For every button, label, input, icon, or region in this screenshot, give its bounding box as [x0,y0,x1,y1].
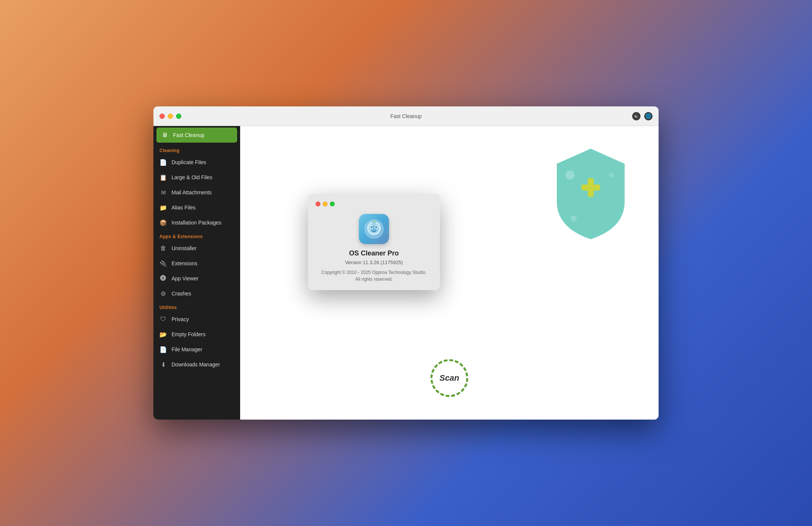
file-manager-icon: 📄 [159,346,167,353]
titlebar-icons: ☯ 🌐 [632,112,653,120]
titlebar: Fast Cleanup ☯ 🌐 [153,106,659,126]
app-body: 🖥 Fast Cleanup Cleaning 📄 Duplicate File… [153,126,659,420]
close-button[interactable] [159,114,165,119]
sidebar-item-file-manager[interactable]: 📄 File Manager [153,342,240,357]
minimize-button[interactable] [168,114,173,119]
large-files-icon: 📋 [159,174,167,181]
sidebar-section-utilities: Utilities [153,301,240,312]
about-dialog: OS Cleaner Pro Version 11.3.26 (1175925)… [308,194,440,290]
privacy-icon: 🛡 [159,315,167,323]
svg-point-12 [375,226,377,228]
sidebar-item-extensions[interactable]: 🔌 Extensions [153,256,240,271]
crashes-icon: ⚙ [159,290,167,297]
sidebar-item-privacy[interactable]: 🛡 Privacy [153,312,240,327]
dialog-version: Version 11.3.26 (1175925) [345,260,403,265]
main-window: Fast Cleanup ☯ 🌐 🖥 Fast Cleanup Cleaning… [153,106,659,420]
window-title: Fast Cleanup [390,113,421,119]
sidebar-section-cleaning: Cleaning [153,144,240,155]
sidebar-item-large-old-files[interactable]: 📋 Large & Old Files [153,170,240,185]
sidebar-item-downloads-manager[interactable]: ⬇ Downloads Manager [153,357,240,372]
fast-cleanup-icon: 🖥 [161,131,169,139]
dialog-app-name: OS Cleaner Pro [349,249,399,257]
empty-folders-icon: 📂 [159,331,167,338]
app-viewer-icon: 🅐 [159,275,167,282]
sidebar-item-crashes[interactable]: ⚙ Crashes [153,286,240,301]
network-icon[interactable]: 🌐 [644,112,653,120]
scan-button-container: Scan [431,359,468,397]
dialog-maximize-button[interactable] [330,201,335,206]
dialog-close-button[interactable] [316,201,320,206]
sidebar-item-uninstaller[interactable]: 🗑 Uninstaller [153,241,240,256]
duplicate-files-icon: 📄 [159,158,167,166]
extensions-icon: 🔌 [159,260,167,267]
theme-icon[interactable]: ☯ [632,112,640,120]
dialog-minimize-button[interactable] [323,201,328,206]
svg-point-2 [565,171,575,180]
dialog-traffic-lights [316,201,335,206]
sidebar-section-apps: Apps & Extensions [153,230,240,241]
dialog-titlebar [316,201,432,206]
dialog-copyright: Copyright © 2010 - 2025 Opproa Technolog… [322,269,427,283]
sidebar-item-mail-attachments[interactable]: ✉ Mail Attachments [153,185,240,200]
sidebar-item-duplicate-files[interactable]: 📄 Duplicate Files [153,155,240,170]
svg-point-11 [371,226,373,228]
maximize-button[interactable] [176,114,181,119]
uninstaller-icon: 🗑 [159,245,167,252]
sidebar-item-alias-files[interactable]: 📁 Alias Files [153,200,240,215]
sidebar-item-fast-cleanup[interactable]: 🖥 Fast Cleanup [156,128,237,143]
sidebar-item-empty-folders[interactable]: 📂 Empty Folders [153,327,240,342]
downloads-icon: ⬇ [159,361,167,368]
svg-point-16 [373,220,375,222]
svg-rect-14 [379,223,381,225]
app-icon-svg [363,218,385,240]
mail-icon: ✉ [159,189,167,196]
svg-point-3 [571,215,577,221]
svg-rect-13 [366,223,369,225]
sidebar-item-app-viewer[interactable]: 🅐 App Viewer [153,271,240,286]
app-icon [359,214,389,244]
svg-point-4 [609,173,614,177]
sidebar: 🖥 Fast Cleanup Cleaning 📄 Duplicate File… [153,126,240,420]
alias-files-icon: 📁 [159,204,167,211]
installation-icon: 📦 [159,219,167,226]
svg-rect-1 [588,178,594,197]
main-content: d out junk files p huge space Scan [240,126,659,420]
traffic-lights [159,114,181,119]
sidebar-item-installation-packages[interactable]: 📦 Installation Packages [153,215,240,230]
shield-svg [545,145,636,243]
scan-button[interactable]: Scan [431,359,468,397]
shield-graphic [545,145,636,245]
